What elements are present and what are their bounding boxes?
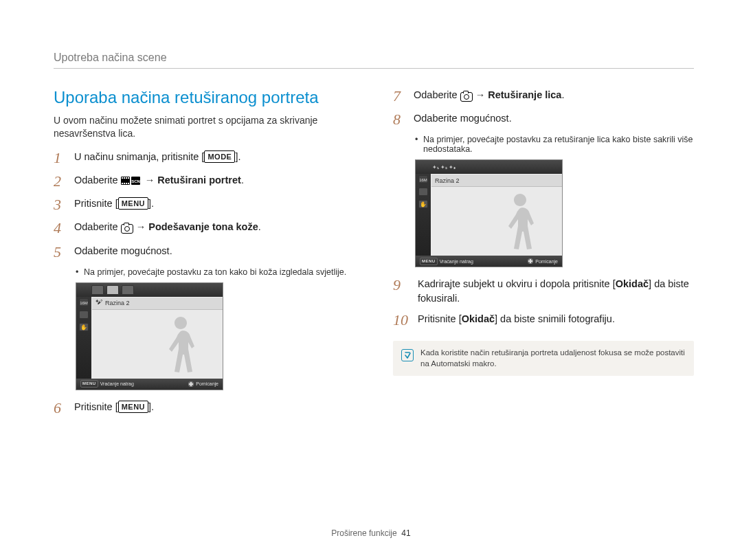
note-info-icon [401,349,414,361]
sub-bullet: •Na primjer, povećajte postavku za ton k… [76,267,355,277]
arrow-icon: → [475,88,486,102]
step-number: 4 [54,220,74,236]
steps-list-left-2: 6 Pritisnite [MENU]. [54,400,355,416]
camera-preview-skin-tone: ✦ 16M ✋ Razina 2 MENUVraćanje natrag Pom… [76,282,223,390]
step-number: 10 [393,312,418,328]
dpad-icon [188,381,194,387]
sidebar-icon: ✋ [79,323,89,331]
preview-footer: MENUVraćanje natrag Pomicanje [76,379,223,390]
menu-key-icon: MENU [420,258,438,265]
note-box: Kada koristite način retuširanja portret… [393,341,694,376]
sub-bullet: •Na primjer, povećajte postavku za retuš… [415,135,694,154]
sidebar-icon: ✋ [418,200,428,208]
svg-rect-2 [124,177,125,179]
breadcrumb: Upotreba načina scene [54,52,694,64]
svg-text:SCN: SCN [131,179,140,183]
page-footer: Proširene funkcije 41 [0,528,742,538]
svg-rect-8 [128,183,129,184]
menu-key-icon: MENU [118,401,148,413]
preview-sidebar: ✦ 16M ✋ [76,283,91,379]
film-scn-icon: SCN [121,175,140,189]
step-number: 9 [393,277,418,293]
person-silhouette-icon [496,190,544,256]
sidebar-icon [79,311,89,319]
level-bar: Razina 2 [92,298,223,310]
svg-rect-7 [126,183,127,184]
sidebar-icon: 16M [418,175,428,183]
step-body: Pritisnite [MENU]. [74,400,355,414]
person-silhouette-icon [157,313,205,379]
camera-preview-face-retouch: ✦ 16M ✋ ✦₁ ✦₂ ✦₃ Razina 2 MENUVraćanje n… [415,159,563,267]
step-body: Pritisnite [Okidač] da biste snimili fot… [418,312,694,326]
divider [54,68,694,69]
menu-key-icon: MENU [80,380,98,388]
dpad-icon [528,258,533,264]
step-number: 7 [393,88,414,104]
svg-rect-3 [126,177,127,179]
preview-canvas [431,187,562,256]
intro-text: U ovom načinu možete snimati portret s o… [54,114,355,140]
step-body: Odaberite mogućnost. [414,111,694,125]
steps-list-right: 7 Odaberite → Retuširanje lica. 8 Odaber… [393,88,694,128]
step-body: Odaberite SCN→ Retuširani portret. [74,173,355,189]
svg-rect-5 [122,183,123,184]
preview-sidebar: ✦ 16M ✋ [416,160,431,256]
page-title: Uporaba načina retuširanog portreta [54,88,355,107]
level-bar: Razina 2 [431,175,562,187]
camera-icon [121,224,133,234]
step-body: U načinu snimanja, pritisnite [MODE]. [74,150,355,164]
step-body: Odaberite → Retuširanje lica. [414,88,694,102]
step-body: Odaberite mogućnost. [74,244,355,258]
sidebar-icon [418,188,428,196]
preview-header [76,283,223,297]
step-number: 6 [54,400,74,416]
sidebar-icon: 16M [79,298,89,306]
content-columns: Uporaba načina retuširanog portreta U ov… [54,88,694,423]
left-column: Uporaba načina retuširanog portreta U ov… [54,88,355,423]
svg-rect-4 [128,177,129,179]
arrow-icon: → [145,173,155,187]
step-number: 5 [54,244,74,260]
step-body: Pritisnite [MENU]. [74,197,355,210]
right-column: 7 Odaberite → Retuširanje lica. 8 Odaber… [393,88,694,423]
camera-icon [460,92,473,102]
preview-header: ✦₁ ✦₂ ✦₃ [416,160,562,174]
step-number: 8 [393,111,414,128]
svg-rect-6 [124,183,125,184]
brush-icon [95,300,104,306]
step-body: Kadrirajte subjekt u okviru i dopola pri… [418,277,694,305]
step-number: 3 [54,197,74,213]
mode-key-icon: MODE [204,150,235,163]
preview-canvas [92,310,223,379]
step-number: 1 [54,150,74,166]
preview-footer: MENUVraćanje natrag Pomicanje [416,256,562,267]
step-number: 2 [54,173,74,190]
note-text: Kada koristite način retuširanja portret… [420,348,686,369]
manual-page: Upotreba načina scene Uporaba načina ret… [0,0,742,560]
arrow-icon: → [136,220,146,234]
steps-list-left: 1 U načinu snimanja, pritisnite [MODE]. … [54,150,355,260]
steps-list-right-2: 9 Kadrirajte subjekt u okviru i dopola p… [393,277,694,328]
svg-rect-1 [122,177,123,179]
step-body: Odaberite → Podešavanje tona kože. [74,220,355,234]
menu-key-icon: MENU [118,197,148,210]
